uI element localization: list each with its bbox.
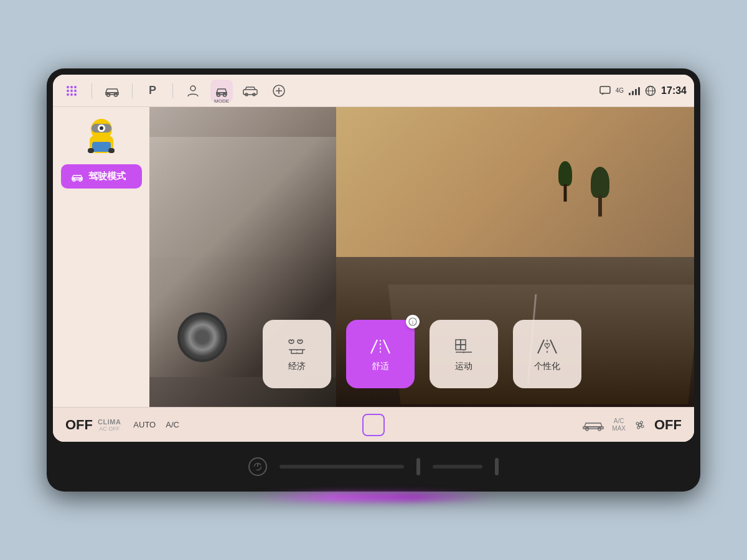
personal-label: 个性化: [534, 361, 560, 372]
car-view-button[interactable]: [101, 80, 123, 102]
svg-rect-33: [461, 345, 466, 350]
parking-button[interactable]: P: [141, 80, 164, 102]
svg-point-3: [67, 90, 69, 92]
svg-rect-20: [600, 86, 610, 93]
comfort-mode-icon: [369, 336, 392, 356]
svg-point-2: [74, 86, 77, 88]
drive-mode-cards: 经济 i 舒适: [149, 320, 694, 388]
volume-slider[interactable]: [280, 465, 404, 469]
svg-rect-30: [456, 340, 461, 345]
status-bar: 4G 17:34: [599, 85, 687, 96]
4g-label: 4G: [616, 87, 624, 94]
drive-mode-label: 驾驶模式: [88, 170, 126, 182]
network-icon: [645, 85, 656, 96]
top-nav-bar: P: [53, 75, 694, 107]
car2-button[interactable]: [239, 80, 261, 102]
touchscreen[interactable]: P: [53, 75, 694, 442]
svg-rect-32: [456, 345, 461, 350]
sport-mode-card[interactable]: 运动: [430, 320, 498, 388]
nav-icons-left: P: [60, 80, 599, 102]
clima-right-section: A/C MAX OFF: [476, 417, 682, 433]
avatar-container: [80, 117, 123, 154]
person-button[interactable]: [182, 80, 204, 102]
sport-label: 运动: [455, 361, 472, 372]
signal-strength-icon: [629, 86, 640, 95]
comfort-mode-card[interactable]: i 舒适: [346, 320, 415, 388]
tree-canopy: [591, 167, 609, 198]
svg-point-4: [70, 90, 73, 92]
svg-point-6: [67, 93, 69, 96]
eco-mode-icon: [285, 336, 309, 356]
ac-label: A/C: [166, 420, 179, 429]
comfort-label: 舒适: [372, 361, 389, 372]
physical-button-1[interactable]: [416, 458, 420, 475]
drive-mode-sidebar-button[interactable]: 驾驶模式: [61, 164, 142, 189]
svg-text:i: i: [412, 319, 413, 325]
sport-mode-icon: [452, 336, 476, 356]
tune-slider[interactable]: [433, 465, 482, 469]
nav-divider-3: [172, 83, 173, 98]
eco-label: 经济: [288, 361, 306, 372]
main-content-area: 经济 i 舒适: [149, 107, 694, 407]
tree-silhouette: [588, 167, 613, 217]
home-button[interactable]: [362, 414, 385, 436]
grid-menu-button[interactable]: [60, 80, 83, 102]
personal-mode-icon: [535, 336, 559, 356]
add-button[interactable]: [268, 80, 290, 102]
svg-point-1: [70, 86, 73, 88]
car-rear-icon: [582, 418, 604, 432]
power-button[interactable]: [248, 457, 267, 476]
clima-off-label: OFF: [65, 417, 93, 433]
physical-button-2[interactable]: [495, 458, 499, 475]
svg-point-8: [74, 93, 77, 96]
clock-display: 17:34: [661, 85, 687, 96]
device-controls: [53, 442, 694, 492]
ambient-light: [249, 493, 498, 501]
personal-mode-card[interactable]: 个性化: [513, 320, 581, 388]
fan-icon: [633, 418, 647, 432]
clima-left-section: OFF CLIMA AC OFF AUTO A/C: [65, 417, 271, 433]
svg-point-0: [67, 86, 69, 88]
drive-mode-nav-button[interactable]: MODE: [210, 80, 233, 102]
svg-point-5: [74, 90, 77, 92]
info-badge[interactable]: i: [406, 315, 420, 329]
tree-2: [556, 161, 575, 202]
nav-divider-1: [92, 83, 92, 98]
clima-text: CLIMA: [98, 418, 121, 426]
svg-point-11: [190, 86, 195, 91]
car-infotainment-device: P: [47, 68, 700, 492]
left-sidebar: 驾驶模式: [53, 107, 149, 407]
ac-max-label: A/C MAX: [612, 418, 626, 432]
eco-mode-card[interactable]: 经济: [263, 320, 331, 388]
svg-rect-31: [461, 340, 466, 345]
nav-divider-2: [132, 83, 133, 98]
car-mode-icon: [71, 172, 83, 182]
clima-right-off: OFF: [654, 417, 682, 433]
clima-center: [271, 414, 476, 436]
tree-trunk: [598, 195, 602, 217]
clima-subtext: AC OFF: [99, 426, 120, 432]
auto-label: AUTO: [133, 420, 156, 429]
clima-label-group: CLIMA AC OFF: [98, 418, 121, 432]
message-icon: [599, 86, 611, 96]
svg-point-7: [70, 93, 73, 96]
clima-bar: OFF CLIMA AC OFF AUTO A/C: [53, 407, 694, 442]
